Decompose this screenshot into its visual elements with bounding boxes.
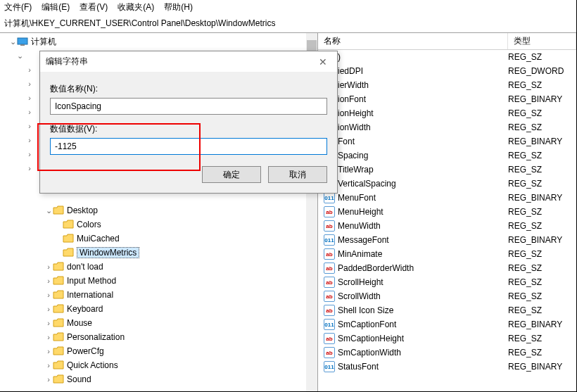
value-type: REG_BINARY	[508, 94, 562, 104]
menu-file[interactable]: 文件(F)	[4, 1, 32, 13]
list-row[interactable]: abPaddedBorderWidthREG_SZ	[318, 261, 576, 275]
chevron-down-icon[interactable]: ⌄	[15, 51, 24, 61]
tree-item[interactable]: ›International	[0, 288, 317, 302]
menu-fav[interactable]: 收藏夹(A)	[118, 1, 154, 13]
chevron-down-icon[interactable]: ⌄	[8, 37, 17, 46]
list-row[interactable]: 011StatusFontREG_BINARY	[318, 360, 576, 374]
tree-root[interactable]: 计算机	[31, 36, 56, 48]
list-row[interactable]: abMenuWidthREG_SZ	[318, 219, 576, 233]
values-pane[interactable]: 名称 类型 ab)REG_SZ011iedDPIREG_DWORDabierWi…	[318, 33, 576, 392]
folder-icon	[63, 248, 74, 258]
chevron-right-icon[interactable]: ›	[25, 122, 34, 130]
chevron-right-icon[interactable]: ›	[44, 319, 53, 327]
value-type: REG_SZ	[508, 80, 542, 90]
folder-icon	[53, 374, 64, 384]
chevron-right-icon[interactable]: ›	[25, 150, 34, 158]
reg-string-icon: ab	[324, 206, 335, 217]
value-name: Font	[338, 137, 508, 146]
tree-item[interactable]: MuiCached	[0, 232, 317, 246]
list-row[interactable]: abShell Icon SizeREG_SZ	[318, 303, 576, 317]
chevron-right-icon[interactable]: ›	[44, 291, 53, 299]
chevron-right-icon[interactable]: ›	[44, 277, 53, 285]
value-type: REG_SZ	[508, 122, 542, 132]
col-header-name[interactable]: 名称	[318, 33, 508, 49]
list-row[interactable]: abMinAnimateREG_SZ	[318, 247, 576, 261]
chevron-right-icon[interactable]: ›	[25, 136, 34, 144]
chevron-right-icon[interactable]: ›	[44, 361, 53, 369]
value-type: REG_SZ	[508, 52, 542, 62]
value-name: TitleWrap	[338, 165, 508, 175]
list-row[interactable]: abSmCaptionWidthREG_SZ	[318, 346, 576, 360]
list-row[interactable]: 011iedDPIREG_DWORD	[318, 64, 576, 78]
chevron-right-icon[interactable]: ›	[25, 164, 34, 172]
value-data-label: 数值数据(V):	[50, 123, 327, 135]
reg-binary-icon: 011	[324, 234, 335, 246]
list-row[interactable]: abSpacingREG_SZ	[318, 148, 576, 163]
chevron-right-icon[interactable]: ›	[25, 94, 34, 102]
chevron-down-icon[interactable]: ⌄	[44, 206, 53, 215]
list-row[interactable]: abMenuHeightREG_SZ	[318, 205, 576, 219]
cancel-button[interactable]: 取消	[268, 166, 327, 183]
tree-item[interactable]: Colors	[0, 217, 317, 232]
list-row[interactable]: abTitleWrapREG_SZ	[318, 163, 576, 177]
list-row[interactable]: abVerticalSpacingREG_SZ	[318, 177, 576, 191]
col-header-type[interactable]: 类型	[508, 33, 576, 49]
tree-item[interactable]: ›Personalization	[0, 330, 317, 344]
folder-icon	[53, 332, 64, 342]
list-row[interactable]: abionWidthREG_SZ	[318, 120, 576, 134]
chevron-right-icon[interactable]: ›	[44, 305, 53, 313]
value-data-input[interactable]	[50, 138, 327, 155]
value-name: MinAnimate	[338, 249, 508, 259]
list-row[interactable]: 011ionFontREG_BINARY	[318, 92, 576, 106]
tree-item[interactable]: ›Input Method	[0, 274, 317, 288]
tree-item[interactable]: ›Sound	[0, 372, 317, 386]
ok-button[interactable]: 确定	[202, 166, 261, 183]
menu-view[interactable]: 查看(V)	[80, 1, 108, 13]
reg-binary-icon: 011	[324, 192, 335, 203]
list-row[interactable]: 011FontREG_BINARY	[318, 134, 576, 148]
tree-item[interactable]: ›Mouse	[0, 316, 317, 330]
value-name: SmCaptionFont	[338, 320, 508, 329]
value-name: ierWidth	[338, 80, 508, 90]
value-type: REG_SZ	[508, 165, 542, 175]
chevron-right-icon[interactable]: ›	[44, 375, 53, 384]
computer-icon	[17, 37, 28, 46]
list-row[interactable]: ab)REG_SZ	[318, 50, 576, 64]
tree-item[interactable]: WindowMetrics	[0, 246, 317, 260]
list-row[interactable]: abSmCaptionHeightREG_SZ	[318, 331, 576, 346]
menu-help[interactable]: 帮助(H)	[164, 1, 193, 13]
value-name-input[interactable]	[50, 98, 327, 115]
close-icon[interactable]: ✕	[315, 56, 331, 68]
chevron-right-icon[interactable]: ›	[25, 108, 34, 116]
list-row[interactable]: 011MenuFontREG_BINARY	[318, 191, 576, 205]
list-header[interactable]: 名称 类型	[318, 33, 576, 50]
tree-item-label: Quick Actions	[67, 360, 118, 370]
list-row[interactable]: abierWidthREG_SZ	[318, 78, 576, 92]
folder-icon	[53, 206, 64, 215]
address-bar[interactable]: 计算机\HKEY_CURRENT_USER\Control Panel\Desk…	[0, 15, 576, 33]
chevron-right-icon[interactable]: ›	[44, 333, 53, 341]
value-name: )	[338, 52, 508, 62]
chevron-right-icon[interactable]: ›	[25, 65, 34, 74]
tree-item-desktop[interactable]: ⌄ Desktop	[0, 203, 317, 217]
list-row[interactable]: 011SmCaptionFontREG_BINARY	[318, 317, 576, 331]
list-row[interactable]: abionHeightREG_SZ	[318, 106, 576, 120]
tree-item-label: MuiCached	[77, 234, 120, 244]
menu-edit[interactable]: 编辑(E)	[42, 1, 70, 13]
chevron-right-icon[interactable]: ›	[44, 263, 53, 271]
list-row[interactable]: abScrollHeightREG_SZ	[318, 275, 576, 289]
tree-item[interactable]: ›Quick Actions	[0, 358, 317, 372]
value-type: REG_SZ	[508, 207, 542, 217]
value-type: REG_SZ	[508, 151, 542, 160]
folder-icon	[53, 262, 64, 272]
tree-item[interactable]: ›PowerCfg	[0, 344, 317, 358]
chevron-right-icon[interactable]: ›	[44, 347, 53, 355]
chevron-right-icon[interactable]: ›	[25, 80, 34, 88]
tree-item-label: Mouse	[67, 318, 92, 328]
list-row[interactable]: 011MessageFontREG_BINARY	[318, 233, 576, 247]
tree-item[interactable]: ›don't load	[0, 260, 317, 274]
value-type: REG_SZ	[508, 291, 542, 301]
list-row[interactable]: abScrollWidthREG_SZ	[318, 289, 576, 303]
reg-string-icon: ab	[324, 248, 335, 260]
tree-item[interactable]: ›Keyboard	[0, 302, 317, 316]
